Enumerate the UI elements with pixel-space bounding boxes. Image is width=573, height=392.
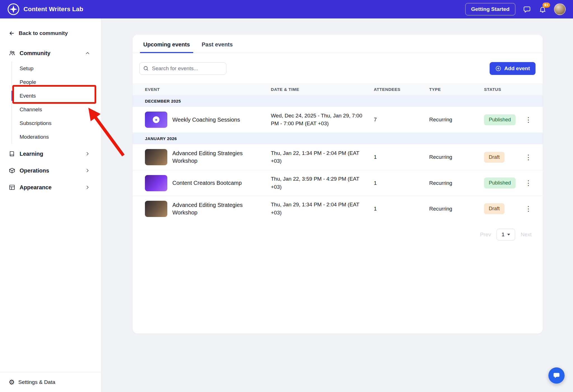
back-arrow-icon [9,30,15,36]
event-title[interactable]: Content Creators Bootcamp [172,179,242,187]
event-cell: Advanced Editing Strategies Workshop [145,149,271,165]
sidebar-item-operations[interactable]: Operations [0,162,101,179]
status-badge: Draft [484,152,504,163]
event-title[interactable]: Advanced Editing Strategies Workshop [172,150,265,165]
sidebar: Back to community Community Setup People… [0,18,101,392]
status-badge: Draft [484,203,504,214]
event-attendees: 1 [374,206,429,212]
community-subnav: Setup People Events Channels Subscriptio… [11,62,101,144]
column-header-event: EVENT [145,87,271,92]
kebab-menu-icon[interactable]: ⋮ [523,153,534,162]
event-datetime: Thu, Jan 22, 3:59 PM - 4:29 PM (EAT +03) [271,175,374,191]
events-table: EVENT DATE & TIME ATTENDEES TYPE STATUS … [133,83,543,221]
sidebar-item-channels[interactable]: Channels [12,103,101,116]
column-header-type: TYPE [429,87,484,92]
prev-page-button[interactable]: Prev [480,232,491,238]
table-header: EVENT DATE & TIME ATTENDEES TYPE STATUS [133,83,543,95]
topbar-actions: Getting Started 9+ [465,3,566,15]
status-badge: Published [484,178,516,188]
search-icon [143,65,149,72]
chevron-right-icon [85,151,90,157]
kebab-menu-icon[interactable]: ⋮ [523,204,534,213]
page-number: 1 [502,232,505,238]
learning-icon [9,150,16,157]
pagination: Prev 1 Next [133,221,543,240]
table-row[interactable]: Advanced Editing Strategies Workshop Thu… [133,144,543,170]
next-page-button[interactable]: Next [521,232,532,238]
chat-launcher-button[interactable] [548,367,565,384]
back-to-community-link[interactable]: Back to community [0,18,101,36]
event-attendees: 1 [374,154,429,160]
month-group-row: JANUARY 2026 [133,133,543,144]
gear-icon: ⚙ [9,379,15,386]
events-toolbar: Add event [133,53,543,75]
brand: Content Writers Lab [7,3,83,15]
brand-logo-icon[interactable] [7,3,20,15]
tab-past-events[interactable]: Past events [202,35,233,53]
sidebar-section-community[interactable]: Community [0,48,101,59]
notifications-icon[interactable]: 9+ [538,5,547,13]
event-thumbnail [145,201,167,217]
event-thumbnail [145,149,167,165]
sidebar-item-subscriptions[interactable]: Subscriptions [12,116,101,130]
table-row[interactable]: Advanced Editing Strategies Workshop Thu… [133,196,543,221]
sidebar-item-label: Operations [20,167,85,174]
chevron-up-icon [85,50,90,56]
search-input[interactable] [139,62,226,75]
sidebar-item-learning[interactable]: Learning [0,145,101,162]
sidebar-item-moderations[interactable]: Moderations [12,130,101,144]
table-row[interactable]: ★ Weekly Coaching Sessions Wed, Dec 24, … [133,107,543,133]
event-datetime: Wed, Dec 24, 2025 - Thu, Jan 29, 7:00 PM… [271,112,374,128]
notification-badge: 9+ [543,3,550,8]
topbar: Content Writers Lab Getting Started 9+ [0,0,573,18]
column-header-datetime: DATE & TIME [271,87,374,92]
event-type: Recurring [429,206,484,212]
appearance-icon [9,184,16,191]
add-event-button[interactable]: Add event [490,62,536,75]
page-select[interactable]: 1 [497,229,515,240]
chevron-right-icon [85,168,90,173]
column-header-attendees: ATTENDEES [374,87,429,92]
event-thumbnail [145,175,167,191]
month-group-row: DECEMBER 2025 [133,95,543,107]
sidebar-item-people[interactable]: People [12,75,101,89]
event-thumbnail: ★ [145,112,167,128]
add-event-label: Add event [504,65,530,72]
status-badge: Published [484,114,516,125]
event-cell: Content Creators Bootcamp [145,175,271,191]
month-group-december-2025: DECEMBER 2025 ★ Weekly Coaching Sessions… [133,95,543,133]
sidebar-item-label: Appearance [20,184,85,191]
event-title[interactable]: Advanced Editing Strategies Workshop [172,201,265,216]
kebab-menu-icon[interactable]: ⋮ [523,115,534,124]
events-tabs: Upcoming events Past events [133,35,543,53]
month-group-january-2026: JANUARY 2026 Advanced Editing Strategies… [133,133,543,221]
event-cell: Advanced Editing Strategies Workshop [145,201,271,217]
sidebar-item-appearance[interactable]: Appearance [0,179,101,196]
event-datetime: Thu, Jan 22, 1:34 PM - 2:04 PM (EAT +03) [271,149,374,165]
sidebar-item-events[interactable]: Events [12,89,101,103]
community-icon [9,50,16,56]
caret-down-icon [507,234,510,235]
event-type: Recurring [429,154,484,160]
user-avatar[interactable] [554,3,566,15]
kebab-menu-icon[interactable]: ⋮ [523,178,534,188]
event-cell: ★ Weekly Coaching Sessions [145,112,271,128]
settings-and-data-link[interactable]: ⚙ Settings & Data [0,372,101,392]
tab-upcoming-events[interactable]: Upcoming events [143,35,190,53]
events-panel: Upcoming events Past events Add event EV… [133,35,543,334]
star-icon: ★ [153,116,159,123]
getting-started-button[interactable]: Getting Started [465,3,515,15]
event-datetime: Thu, Jan 29, 1:34 PM - 2:04 PM (EAT +03) [271,201,374,217]
event-attendees: 1 [374,180,429,186]
event-title[interactable]: Weekly Coaching Sessions [172,116,240,124]
messages-icon[interactable] [523,5,531,13]
operations-icon [9,167,16,174]
search-box [139,62,226,75]
event-attendees: 7 [374,117,429,123]
chat-bubble-icon [553,372,560,379]
sidebar-item-label: Learning [20,151,85,157]
sidebar-item-setup[interactable]: Setup [12,62,101,75]
event-type: Recurring [429,117,484,123]
table-row[interactable]: Content Creators Bootcamp Thu, Jan 22, 3… [133,170,543,196]
chevron-right-icon [85,185,90,190]
